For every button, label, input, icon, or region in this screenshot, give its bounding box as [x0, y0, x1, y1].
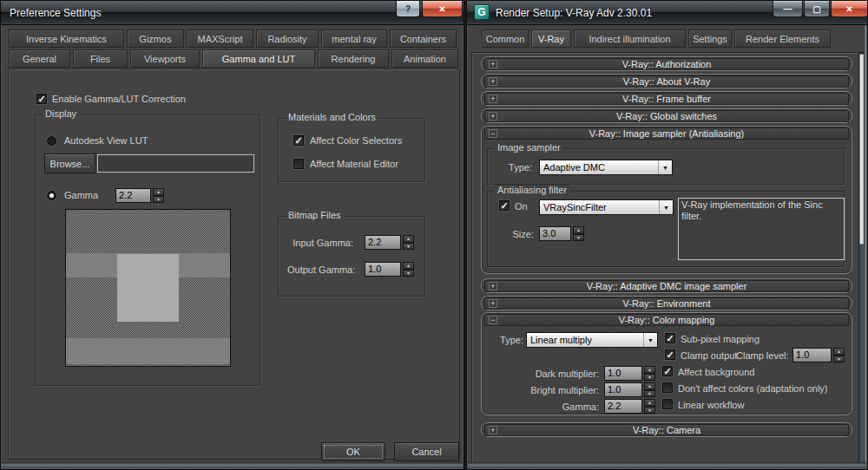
tab-mental-ray[interactable]: mental ray: [321, 29, 387, 48]
tab-indirect-illumination[interactable]: Indirect illumination: [574, 29, 686, 48]
tab-viewports[interactable]: Viewports: [130, 49, 200, 68]
rollout-image-sampler-header[interactable]: − V-Ray:: Image sampler (Antialiasing): [484, 127, 849, 140]
rollout-camera: + V-Ray:: Camera: [481, 422, 852, 437]
rollout-frame-buffer: + V-Ray:: Frame buffer: [481, 91, 852, 106]
materials-colors-group-label: Materials and Colors: [285, 112, 379, 122]
output-gamma-field[interactable]: 1.0: [365, 262, 401, 277]
sampler-type-dropdown[interactable]: Adaptive DMC ▼: [539, 160, 673, 175]
tab-gizmos[interactable]: Gizmos: [127, 29, 184, 48]
spinner-up-icon[interactable]: ▲: [573, 226, 584, 234]
clamp-output-checkbox[interactable]: ✓: [665, 349, 675, 360]
lut-path-field[interactable]: [97, 154, 254, 173]
rollout-color-mapping-header[interactable]: − V-Ray:: Color mapping: [484, 314, 849, 326]
close-button[interactable]: ✕: [831, 1, 868, 17]
filter-size-field[interactable]: 3.0: [539, 226, 571, 241]
affect-background-checkbox[interactable]: ✓: [662, 366, 673, 376]
affect-color-selectors-checkbox[interactable]: ✓: [293, 135, 304, 146]
dark-multiplier-spinner[interactable]: ▲ ▼: [644, 366, 655, 381]
rollout-title: V-Ray:: Environment: [623, 298, 711, 309]
collapse-icon[interactable]: −: [489, 316, 497, 324]
cancel-button[interactable]: Cancel: [394, 442, 459, 461]
spinner-down-icon[interactable]: ▼: [403, 243, 414, 251]
cm-type-dropdown[interactable]: Linear multiply ▼: [526, 332, 658, 348]
gamma-radio[interactable]: [47, 191, 56, 200]
gamma-spinner[interactable]: ▲ ▼: [153, 188, 164, 203]
spinner-up-icon[interactable]: ▲: [644, 382, 655, 390]
tab-common[interactable]: Common: [482, 29, 529, 48]
output-gamma-spinner[interactable]: ▲ ▼: [403, 262, 414, 277]
spinner-down-icon[interactable]: ▼: [833, 356, 845, 363]
spinner-down-icon[interactable]: ▼: [644, 407, 655, 415]
tab-rendering[interactable]: Rendering: [318, 49, 389, 68]
tab-general[interactable]: General: [9, 49, 70, 68]
tab-maxscript[interactable]: MAXScript: [187, 29, 253, 48]
aa-filter-on-checkbox[interactable]: ✓: [499, 200, 510, 211]
ok-button[interactable]: OK: [321, 442, 385, 461]
input-gamma-spinner[interactable]: ▲ ▼: [403, 235, 414, 250]
affect-material-editor-checkbox[interactable]: [293, 159, 304, 169]
clamp-level-field[interactable]: 1.0: [792, 348, 832, 362]
tab-files[interactable]: Files: [73, 49, 128, 68]
enable-gamma-lut-checkbox[interactable]: ✓: [36, 94, 47, 104]
dark-multiplier-field[interactable]: 1.0: [604, 366, 642, 381]
maximize-button[interactable]: ▢: [804, 1, 830, 17]
rollout-about-vray-header[interactable]: + V-Ray:: About V-Ray: [484, 75, 849, 88]
expand-icon[interactable]: +: [489, 77, 497, 86]
sub-pixel-mapping-checkbox[interactable]: ✓: [665, 333, 675, 343]
clamp-level-label: Clamp level:: [736, 350, 789, 361]
tab-inverse-kinematics[interactable]: Inverse Kinematics: [9, 29, 124, 48]
render-setup-titlebar: G Render Setup: V-Ray Adv 2.30.01 — ▢ ✕: [467, 1, 867, 25]
chevron-down-icon: ▼: [658, 160, 672, 174]
cm-gamma-label: Gamma:: [512, 401, 599, 412]
spinner-up-icon[interactable]: ▲: [153, 188, 164, 196]
rollout-authorization-header[interactable]: + V-Ray:: Authorization: [484, 58, 849, 70]
enable-gamma-lut-label: Enable Gamma/LUT Correction: [52, 94, 186, 104]
input-gamma-field[interactable]: 2.2: [365, 235, 401, 250]
tab-radiosity[interactable]: Radiosity: [256, 29, 319, 48]
tab-gamma-and-lut[interactable]: Gamma and LUT: [202, 49, 315, 68]
bright-multiplier-spinner[interactable]: ▲ ▼: [644, 382, 655, 397]
expand-icon[interactable]: +: [489, 95, 497, 103]
browse-button[interactable]: Browse...: [44, 153, 95, 173]
rollout-global-switches-header[interactable]: + V-Ray:: Global switches: [484, 110, 849, 122]
rollout-camera-header[interactable]: + V-Ray:: Camera: [484, 424, 849, 436]
affect-background-label: Affect background: [678, 367, 754, 377]
minimize-button[interactable]: —: [773, 1, 803, 17]
spinner-up-icon[interactable]: ▲: [403, 235, 414, 243]
expand-icon[interactable]: +: [489, 282, 497, 290]
filter-size-spinner[interactable]: ▲ ▼: [573, 226, 584, 241]
expand-icon[interactable]: +: [489, 426, 497, 434]
tab-settings[interactable]: Settings: [688, 29, 732, 48]
tab-containers[interactable]: Containers: [390, 29, 457, 48]
dont-affect-colors-checkbox[interactable]: [662, 382, 673, 393]
spinner-down-icon[interactable]: ▼: [573, 234, 584, 242]
tab-vray[interactable]: V-Ray: [531, 29, 571, 48]
spinner-up-icon[interactable]: ▲: [403, 262, 414, 270]
gamma-value-field[interactable]: 2.2: [115, 188, 151, 203]
cm-gamma-field[interactable]: 2.2: [604, 399, 642, 414]
clamp-level-spinner[interactable]: ▲ ▼: [833, 348, 845, 362]
aa-filter-dropdown[interactable]: VRaySincFilter ▼: [539, 199, 674, 215]
spinner-down-icon[interactable]: ▼: [644, 374, 655, 382]
collapse-icon[interactable]: −: [489, 129, 497, 138]
help-button[interactable]: ?: [396, 1, 420, 17]
tab-animation[interactable]: Animation: [391, 49, 458, 68]
cm-gamma-spinner[interactable]: ▲ ▼: [644, 399, 655, 414]
spinner-up-icon[interactable]: ▲: [833, 348, 845, 356]
spinner-up-icon[interactable]: ▲: [644, 366, 655, 374]
spinner-down-icon[interactable]: ▼: [153, 196, 164, 204]
autodesk-view-lut-radio[interactable]: [47, 136, 56, 146]
linear-workflow-checkbox[interactable]: [662, 399, 673, 409]
spinner-down-icon[interactable]: ▼: [403, 270, 414, 277]
rollout-environment-header[interactable]: + V-Ray:: Environment: [484, 297, 849, 310]
rollout-frame-buffer-header[interactable]: + V-Ray:: Frame buffer: [484, 93, 849, 105]
spinner-down-icon[interactable]: ▼: [644, 390, 655, 398]
close-button[interactable]: ✕: [422, 1, 463, 17]
tab-render-elements[interactable]: Render Elements: [734, 29, 831, 48]
rollout-adaptive-dmc-header[interactable]: + V-Ray:: Adaptive DMC image sampler: [484, 280, 849, 292]
expand-icon[interactable]: +: [489, 60, 497, 69]
expand-icon[interactable]: +: [489, 112, 497, 121]
spinner-up-icon[interactable]: ▲: [644, 399, 655, 407]
bright-multiplier-field[interactable]: 1.0: [604, 382, 642, 397]
expand-icon[interactable]: +: [489, 299, 497, 308]
